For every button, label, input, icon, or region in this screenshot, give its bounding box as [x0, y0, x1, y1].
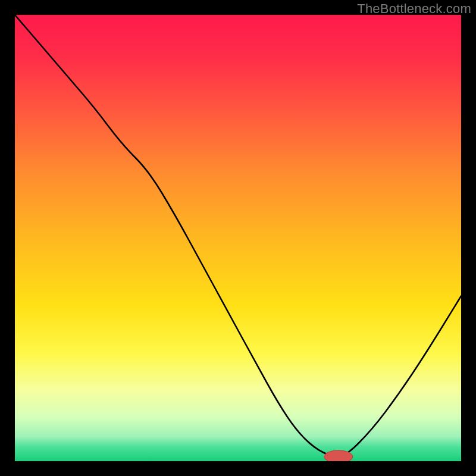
chart-frame — [15, 15, 461, 461]
min-marker — [324, 450, 353, 461]
chart-background — [15, 15, 461, 461]
watermark-text: TheBottleneck.com — [357, 1, 471, 17]
chart-svg — [15, 15, 461, 461]
